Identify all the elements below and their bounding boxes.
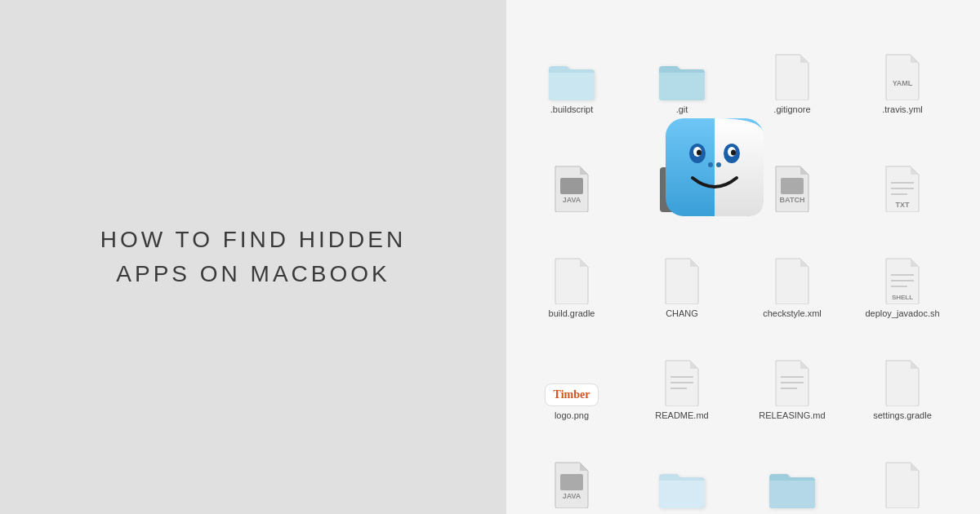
list-item[interactable]: checkstyle.xml [739,224,845,322]
list-item[interactable]: TXT [849,122,956,220]
svg-text:JAVA: JAVA [563,196,581,204]
file-label: .git [676,104,688,114]
svg-rect-10 [560,178,583,194]
left-panel: HOW TO FIND HIDDEN APPS ON MACBOOK [0,0,506,514]
list-item[interactable]: JAVA local.properties [519,428,625,514]
svg-point-8 [716,162,721,167]
svg-text:SHELL: SHELL [892,294,913,301]
list-item[interactable]: RELEASING.md [739,326,845,424]
list-item[interactable]: JAVA [519,122,625,220]
list-item[interactable]: build [739,428,845,514]
list-item[interactable]: Timber logo.png [519,326,625,424]
file-label: .travis.yml [882,104,923,114]
svg-rect-28 [560,474,583,490]
file-label: deploy_javadoc.sh [865,308,939,318]
file-label: RELEASING.md [759,410,825,420]
list-item[interactable]: .buildscript [519,20,625,118]
list-item[interactable]: .gradle [629,428,735,514]
svg-point-6 [731,150,736,156]
file-label: .gitignore [773,104,810,114]
list-item[interactable]: timber-root.iml [849,428,956,514]
list-item[interactable]: README.md [629,326,735,424]
svg-text:JAVA: JAVA [563,492,581,500]
file-label: CHANG [666,308,698,318]
svg-text:YAML: YAML [893,79,913,87]
article-title: HOW TO FIND HIDDEN APPS ON MACBOOK [100,223,406,291]
list-item[interactable]: YAML .travis.yml [849,20,956,118]
list-item[interactable]: CHANG [629,224,735,322]
timber-logo: Timber [545,383,599,406]
file-label: settings.gradle [873,410,932,420]
file-label: checkstyle.xml [763,308,822,318]
right-panel: .buildscript .git .gitignore [506,0,980,514]
list-item[interactable]: .gitignore [739,20,845,118]
list-item[interactable]: .git [629,20,735,118]
svg-text:TXT: TXT [896,201,911,209]
file-label: logo.png [555,410,589,420]
finder-icon [662,114,768,224]
list-item[interactable]: SHELL deploy_javadoc.sh [849,224,956,322]
file-grid: .buildscript .git .gitignore [514,16,972,514]
list-item[interactable]: settings.gradle [849,326,956,424]
svg-point-7 [708,162,713,167]
list-item[interactable]: build.gradle [519,224,625,322]
svg-point-5 [697,150,702,156]
svg-text:BATCH: BATCH [780,196,805,204]
file-label: README.md [655,410,708,420]
file-label: .buildscript [550,104,594,114]
svg-rect-12 [781,178,804,194]
file-label: build.gradle [549,308,595,318]
